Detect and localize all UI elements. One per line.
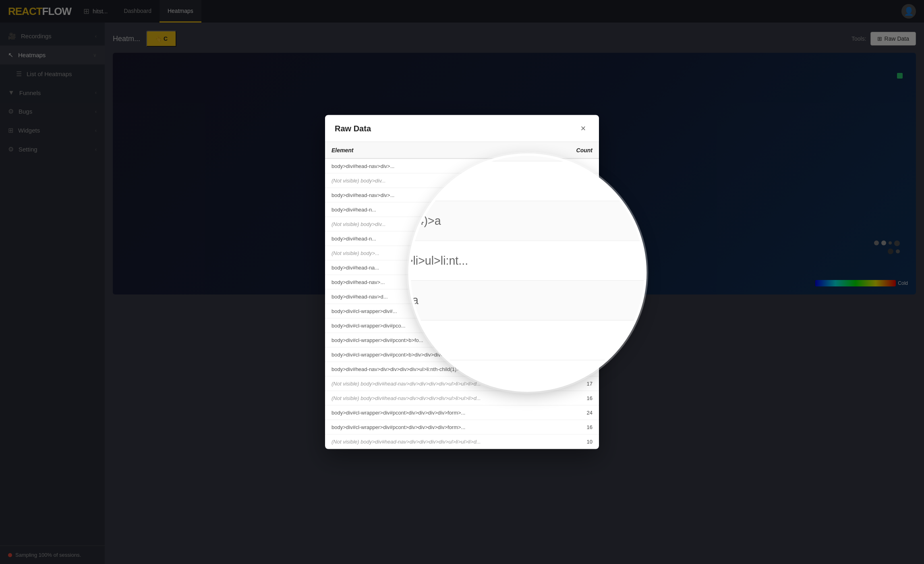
table-row[interactable]: (Not visible) body>div#head-nav>div>div>… bbox=[325, 391, 599, 405]
count-cell bbox=[557, 289, 599, 304]
count-cell: 24 bbox=[557, 405, 599, 420]
table-row[interactable]: body>div#cl-wrapper>div#... bbox=[325, 304, 599, 318]
table-row[interactable]: (Not visible) body>div... bbox=[325, 217, 599, 231]
count-cell bbox=[557, 304, 599, 318]
element-cell: body>div#head-nav>div>... bbox=[325, 188, 557, 202]
table-row[interactable]: body>div#cl-wrapper>div#pcont>b>div>div>… bbox=[325, 347, 599, 362]
count-cell bbox=[557, 159, 599, 174]
count-cell bbox=[557, 188, 599, 202]
count-cell bbox=[557, 231, 599, 246]
table-row[interactable]: body>div#cl-wrapper>div#pco... bbox=[325, 318, 599, 333]
table-row[interactable]: body>div#head-n... bbox=[325, 231, 599, 246]
table-row[interactable]: body>div#head-n... bbox=[325, 202, 599, 217]
table-row[interactable]: body>div#cl-wrapper>div#pcont>b>fo... bbox=[325, 333, 599, 347]
count-cell bbox=[557, 275, 599, 289]
element-cell: body>div#cl-wrapper>div#pcont>div>div>di… bbox=[325, 405, 557, 420]
element-cell: body>div#head-n... bbox=[325, 231, 557, 246]
modal-header: Raw Data × bbox=[325, 115, 599, 142]
table-row[interactable]: body>div#cl-wrapper>div#pcont>div>div>di… bbox=[325, 405, 599, 420]
table-row[interactable]: body>div#head-nav>div>div>div>div>ul>li:… bbox=[325, 362, 599, 376]
element-cell: body>div#cl-wrapper>div#... bbox=[325, 304, 557, 318]
element-cell: (Not visible) body>div#head-nav>div>div>… bbox=[325, 391, 557, 405]
element-cell: body>div#head-nav>... bbox=[325, 275, 557, 289]
element-cell: (Not visible) body>... bbox=[325, 246, 557, 260]
table-row[interactable]: body>div#head-nav>... bbox=[325, 275, 599, 289]
count-col-header: Count bbox=[557, 142, 599, 159]
element-cell: (Not visible) body>div#head-nav>div>div>… bbox=[325, 434, 557, 449]
table-row[interactable]: body>div#head-nav>div>... bbox=[325, 188, 599, 202]
element-cell: body>div#cl-wrapper>div#pcont>div>div>di… bbox=[325, 420, 557, 434]
modal-body[interactable]: Element Count body>div#head-nav>div>...(… bbox=[325, 142, 599, 449]
element-cell: body>div#cl-wrapper>div#pcont>b>div>div>… bbox=[325, 347, 557, 362]
count-cell bbox=[557, 217, 599, 231]
table-row[interactable]: body>div#head-nav>div>... bbox=[325, 159, 599, 174]
table-row[interactable]: (Not visible) body>div... bbox=[325, 173, 599, 188]
element-cell: body>div#cl-wrapper>div#pco... bbox=[325, 318, 557, 333]
table-row[interactable]: body>div#head-nav>d... bbox=[325, 289, 599, 304]
element-col-header: Element bbox=[325, 142, 557, 159]
raw-data-table: Element Count body>div#head-nav>div>...(… bbox=[325, 142, 599, 449]
table-row[interactable]: body>div#head-na... bbox=[325, 260, 599, 275]
table-row[interactable]: (Not visible) body>div#head-nav>div>div>… bbox=[325, 434, 599, 449]
table-row[interactable]: body>div#cl-wrapper>div#pcont>div>div>di… bbox=[325, 420, 599, 434]
count-cell bbox=[557, 260, 599, 275]
count-cell: 17 bbox=[557, 376, 599, 391]
count-cell: 16 bbox=[557, 420, 599, 434]
element-cell: body>div#head-nav>div>div>div>div>ul>li:… bbox=[325, 362, 557, 376]
table-row[interactable]: (Not visible) body>... bbox=[325, 246, 599, 260]
table-row[interactable]: (Not visible) body>div#head-nav>div>div>… bbox=[325, 376, 599, 391]
modal-close-button[interactable]: × bbox=[577, 122, 589, 135]
raw-data-modal: Raw Data × Element Count body>div#head-n… bbox=[325, 115, 599, 449]
count-cell bbox=[557, 318, 599, 333]
element-cell: body>div#head-n... bbox=[325, 202, 557, 217]
count-cell bbox=[557, 333, 599, 347]
element-cell: (Not visible) body>div... bbox=[325, 217, 557, 231]
count-cell bbox=[557, 173, 599, 188]
count-cell bbox=[557, 202, 599, 217]
element-cell: body>div#head-nav>d... bbox=[325, 289, 557, 304]
element-cell: (Not visible) body>div... bbox=[325, 173, 557, 188]
element-cell: body>div#cl-wrapper>div#pcont>b>fo... bbox=[325, 333, 557, 347]
count-cell: 5 bbox=[557, 347, 599, 362]
element-cell: body>div#head-na... bbox=[325, 260, 557, 275]
modal-title: Raw Data bbox=[335, 124, 371, 133]
count-cell: 16 bbox=[557, 391, 599, 405]
element-cell: body>div#head-nav>div>... bbox=[325, 159, 557, 174]
element-cell: (Not visible) body>div#head-nav>div>div>… bbox=[325, 376, 557, 391]
count-cell: 21 bbox=[557, 362, 599, 376]
count-cell: 10 bbox=[557, 434, 599, 449]
count-cell bbox=[557, 246, 599, 260]
